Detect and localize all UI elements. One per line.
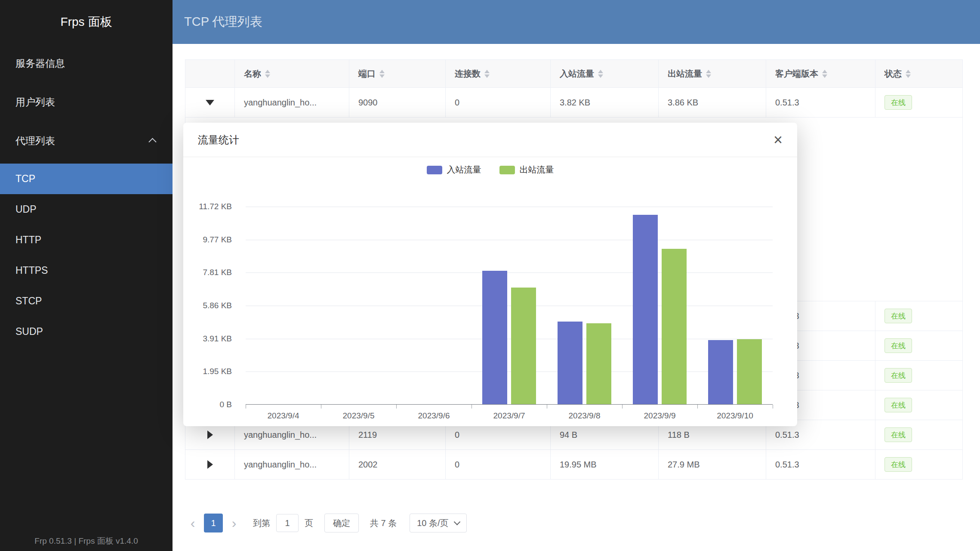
bar-group bbox=[246, 207, 321, 404]
column-label: 端口 bbox=[358, 68, 376, 80]
axis-tick bbox=[547, 405, 547, 409]
column-header-2[interactable]: 端口 bbox=[349, 60, 446, 87]
outbound-swatch-icon bbox=[499, 166, 515, 174]
y-tick-label: 11.72 KB bbox=[183, 201, 232, 212]
expand-cell bbox=[185, 450, 235, 479]
status-badge: 在线 bbox=[884, 309, 912, 323]
chart-y-axis: 0 B1.95 KB3.91 KB5.86 KB7.81 KB9.77 KB11… bbox=[183, 207, 239, 405]
sort-carets-icon bbox=[265, 70, 270, 78]
chart-x-axis: 2023/9/42023/9/52023/9/62023/9/72023/9/8… bbox=[246, 411, 773, 421]
cell-status: 在线 bbox=[875, 420, 963, 449]
sidebar-item-tcp[interactable]: TCP bbox=[0, 164, 173, 194]
cell-traffic-out: 3.86 KB bbox=[659, 88, 766, 117]
table-header-row: 名称端口连接数入站流量出站流量客户端版本状态 bbox=[185, 60, 962, 88]
expand-row-icon[interactable] bbox=[207, 460, 213, 469]
cell-status: 在线 bbox=[875, 88, 963, 117]
confirm-button[interactable]: 确定 bbox=[324, 514, 359, 532]
sort-carets-icon bbox=[484, 70, 490, 78]
x-tick-label: 2023/9/8 bbox=[547, 411, 622, 421]
legend-inbound[interactable]: 入站流量 bbox=[427, 164, 481, 176]
expand-column-header bbox=[185, 60, 235, 87]
legend-outbound[interactable]: 出站流量 bbox=[499, 164, 554, 176]
app-root: Frps 面板 服务器信息 用户列表 代理列表 TCPUDPHTTPHTTPSS… bbox=[0, 0, 980, 551]
prev-page-button[interactable]: ‹ bbox=[185, 516, 200, 530]
close-icon[interactable]: × bbox=[774, 132, 783, 148]
bar-group bbox=[321, 207, 396, 404]
axis-tick bbox=[773, 405, 773, 409]
column-header-5[interactable]: 出站流量 bbox=[659, 60, 766, 87]
page-1-button[interactable]: 1 bbox=[204, 514, 223, 532]
bar-group bbox=[697, 207, 773, 404]
cell-name: yanghuanglin_ho... bbox=[235, 88, 349, 117]
chart-bar-outbound bbox=[586, 323, 611, 404]
chart-bar-outbound bbox=[511, 288, 536, 404]
column-header-1[interactable]: 名称 bbox=[235, 60, 349, 87]
x-tick-label: 2023/9/7 bbox=[472, 411, 547, 421]
traffic-stats-modal: 流量统计 × 入站流量 出站流量 0 B1.95 KB3.91 KB5.86 K… bbox=[183, 123, 797, 426]
goto-page-input[interactable] bbox=[276, 514, 299, 532]
sidebar-item-https[interactable]: HTTPS bbox=[0, 255, 173, 286]
column-header-7[interactable]: 状态 bbox=[875, 60, 963, 87]
cell-status: 在线 bbox=[875, 361, 963, 390]
legend-label: 出站流量 bbox=[520, 164, 554, 176]
sidebar-item-udp[interactable]: UDP bbox=[0, 194, 173, 225]
y-tick-label: 3.91 KB bbox=[183, 334, 232, 344]
axis-tick bbox=[396, 405, 397, 409]
bar-group bbox=[396, 207, 472, 404]
modal-header: 流量统计 × bbox=[183, 123, 797, 157]
sidebar-item-label: 服务器信息 bbox=[15, 57, 65, 70]
chart-plot-area bbox=[246, 207, 773, 405]
x-tick-label: 2023/9/10 bbox=[697, 411, 773, 421]
sidebar-footer-version: Frp 0.51.3 | Frps 面板 v1.4.0 bbox=[0, 536, 173, 547]
sidebar-item-label: 代理列表 bbox=[15, 134, 55, 148]
page-unit-label: 页 bbox=[305, 517, 313, 529]
sidebar-item-user-list[interactable]: 用户列表 bbox=[0, 83, 173, 121]
x-tick-label: 2023/9/6 bbox=[396, 411, 472, 421]
cell-version: 0.51.3 bbox=[766, 88, 875, 117]
chart-legend: 入站流量 出站流量 bbox=[183, 164, 797, 176]
collapse-row-icon[interactable] bbox=[206, 100, 214, 105]
sidebar-item-stcp[interactable]: STCP bbox=[0, 286, 173, 316]
bar-group bbox=[472, 207, 547, 404]
y-tick-label: 0 B bbox=[183, 399, 232, 410]
chevron-up-icon bbox=[148, 138, 156, 145]
next-page-button[interactable]: › bbox=[226, 516, 242, 530]
chart-bar-inbound bbox=[558, 322, 582, 404]
sort-carets-icon bbox=[822, 70, 827, 78]
column-header-6[interactable]: 客户端版本 bbox=[766, 60, 875, 87]
status-badge: 在线 bbox=[884, 368, 912, 383]
sidebar-item-label: 用户列表 bbox=[15, 96, 55, 109]
sidebar-item-http[interactable]: HTTP bbox=[0, 225, 173, 255]
axis-tick bbox=[622, 405, 623, 409]
y-tick-label: 7.81 KB bbox=[183, 267, 232, 278]
column-label: 入站流量 bbox=[560, 68, 594, 80]
table-row: yanghuanglin_ho...909003.82 KB3.86 KB0.5… bbox=[185, 88, 962, 118]
table-row: yanghuanglin_ho...2002019.95 MB27.9 MB0.… bbox=[185, 450, 962, 480]
column-header-4[interactable]: 入站流量 bbox=[551, 60, 659, 87]
y-tick-label: 5.86 KB bbox=[183, 300, 232, 311]
status-badge: 在线 bbox=[884, 398, 912, 412]
page-size-select[interactable]: 10 条/页 bbox=[410, 514, 466, 532]
sidebar-item-server-info[interactable]: 服务器信息 bbox=[0, 44, 173, 83]
column-header-3[interactable]: 连接数 bbox=[446, 60, 551, 87]
chart-bar-outbound bbox=[662, 249, 687, 404]
x-tick-label: 2023/9/5 bbox=[321, 411, 396, 421]
chevron-down-icon bbox=[453, 518, 460, 525]
sidebar-item-proxy-list[interactable]: 代理列表 bbox=[0, 121, 173, 160]
status-badge: 在线 bbox=[884, 338, 912, 353]
chart-bar-outbound bbox=[737, 339, 762, 404]
legend-label: 入站流量 bbox=[447, 164, 481, 176]
sort-carets-icon bbox=[906, 70, 911, 78]
pagination: ‹ 1 › 到第 页 确定 共 7 条 10 条/页 bbox=[185, 513, 467, 533]
expand-row-icon[interactable] bbox=[207, 430, 213, 439]
cell-status: 在线 bbox=[875, 390, 963, 420]
sort-carets-icon bbox=[706, 70, 711, 78]
axis-tick bbox=[472, 405, 472, 409]
sidebar-item-sudp[interactable]: SUDP bbox=[0, 316, 173, 347]
sidebar: Frps 面板 服务器信息 用户列表 代理列表 TCPUDPHTTPHTTPSS… bbox=[0, 0, 173, 551]
inbound-swatch-icon bbox=[427, 166, 442, 174]
page-size-value: 10 条/页 bbox=[417, 517, 448, 529]
chart-bar-inbound bbox=[482, 271, 507, 404]
cell-status: 在线 bbox=[875, 450, 963, 479]
column-label: 名称 bbox=[244, 68, 261, 80]
